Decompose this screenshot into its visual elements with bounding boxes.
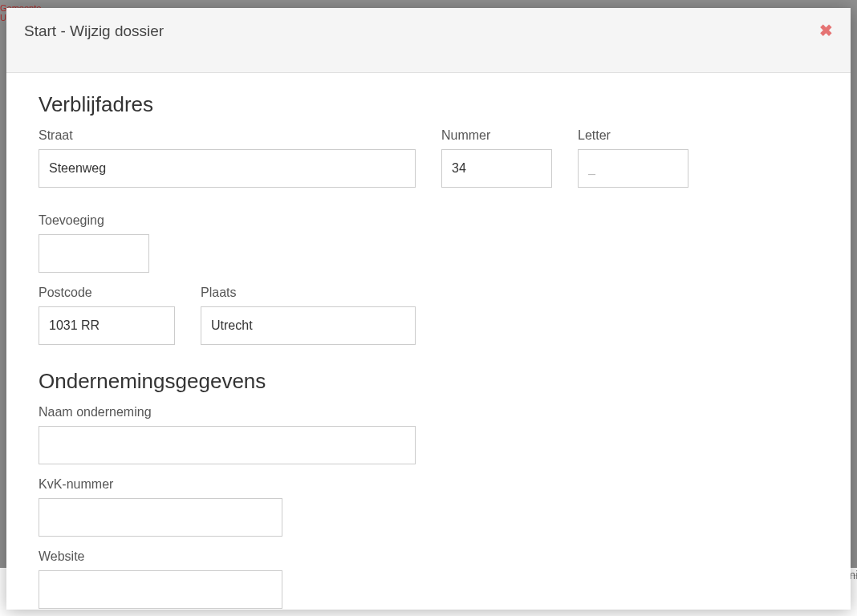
street-field-group: Straat: [39, 128, 416, 188]
company-name-field-group: Naam onderneming: [39, 405, 416, 464]
plaats-input[interactable]: [201, 306, 416, 345]
letter-field-group: Letter: [578, 128, 688, 188]
close-icon[interactable]: ✖: [819, 22, 833, 38]
section-title-company: Ondernemingsgegevens: [39, 369, 818, 394]
number-input[interactable]: [441, 149, 552, 188]
section-title-address: Verblijfadres: [39, 92, 818, 117]
kvk-input[interactable]: [39, 498, 282, 537]
kvk-label: KvK-nummer: [39, 477, 282, 492]
company-name-label: Naam onderneming: [39, 405, 416, 419]
website-label: Website: [39, 549, 282, 564]
company-name-input[interactable]: [39, 426, 416, 464]
letter-input[interactable]: [578, 149, 688, 188]
modal-title: Start - Wijzig dossier: [24, 22, 164, 40]
kvk-field-group: KvK-nummer: [39, 477, 282, 537]
street-label: Straat: [39, 128, 416, 143]
plaats-label: Plaats: [201, 286, 416, 300]
modal-header: Start - Wijzig dossier ✖: [6, 8, 851, 73]
postcode-label: Postcode: [39, 286, 175, 300]
address-row-2: Postcode Plaats: [39, 286, 818, 345]
toevoeging-input[interactable]: [39, 234, 149, 273]
number-field-group: Nummer: [441, 128, 552, 188]
postcode-field-group: Postcode: [39, 286, 175, 345]
modal-backdrop: Gemeente Utrecht Contact Vakantie Woonsi…: [0, 0, 857, 616]
postcode-input[interactable]: [39, 306, 175, 345]
toevoeging-field-group: Toevoeging: [39, 213, 149, 273]
letter-label: Letter: [578, 128, 688, 143]
modal-dialog: Start - Wijzig dossier ✖ Verblijfadres S…: [6, 8, 851, 610]
address-row-1: Straat Nummer Letter Toevoeging: [39, 128, 818, 273]
website-row: Website: [39, 549, 818, 609]
modal-body: Verblijfadres Straat Nummer Letter Toevo…: [6, 73, 851, 610]
website-input[interactable]: [39, 570, 282, 609]
number-label: Nummer: [441, 128, 552, 143]
plaats-field-group: Plaats: [201, 286, 416, 345]
toevoeging-label: Toevoeging: [39, 213, 149, 228]
street-input[interactable]: [39, 149, 416, 188]
company-name-row: Naam onderneming: [39, 405, 818, 464]
website-field-group: Website: [39, 549, 282, 609]
kvk-row: KvK-nummer: [39, 477, 818, 537]
